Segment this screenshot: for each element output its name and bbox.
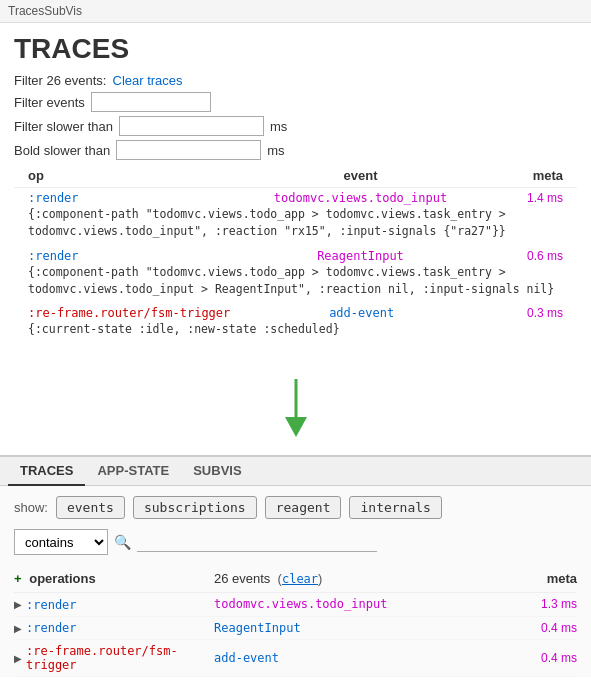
ops-row-3: ▶ :re-frame.router/fsm-trigger add-event… — [14, 640, 577, 677]
filter-events-input[interactable] — [91, 92, 211, 112]
ops-row-1-op-cell: ▶ :render — [14, 598, 214, 612]
ops-header: + operations 26 events (clear) meta — [14, 565, 577, 593]
ops-label: operations — [29, 571, 95, 586]
tab-traces[interactable]: TRACES — [8, 457, 85, 486]
title-bar-label: TracesSubVis — [8, 4, 82, 18]
filter-slower-unit: ms — [270, 119, 287, 134]
ops-section: + operations 26 events (clear) meta ▶ :r… — [0, 565, 591, 677]
ops-col-meta-header: meta — [517, 571, 577, 586]
arrow-section — [0, 359, 591, 455]
bold-slower-label: Bold slower than — [14, 143, 110, 158]
filter-slower-label: Filter slower than — [14, 119, 113, 134]
contains-select[interactable]: contains starts-with ends-with — [14, 529, 108, 555]
bold-slower-input[interactable] — [116, 140, 261, 160]
ops-op-name-1: :render — [26, 598, 77, 612]
trace-row-2: :render ReagentInput 0.6 ms {:component-… — [14, 246, 577, 302]
trace-event-1: todomvc.views.todo_input — [228, 191, 493, 205]
ops-plus-icon[interactable]: + — [14, 571, 22, 586]
ops-row-event-3: add-event — [214, 651, 517, 665]
clear-traces-link[interactable]: Clear traces — [113, 73, 183, 88]
ops-row-meta-3: 0.4 ms — [517, 651, 577, 665]
ops-clear-link[interactable]: clear — [282, 572, 318, 586]
show-label: show: — [14, 500, 48, 515]
ops-row-event-1: todomvc.views.todo_input — [214, 597, 517, 611]
show-reagent-btn[interactable]: reagent — [265, 496, 342, 519]
ops-row-meta-1: 1.3 ms — [517, 597, 577, 611]
bottom-section: TRACES APP-STATE SUBVIS show: events sub… — [0, 455, 591, 677]
col-op-header: op — [28, 168, 228, 183]
tab-bar: TRACES APP-STATE SUBVIS — [0, 457, 591, 486]
triangle-icon-3: ▶ — [14, 653, 22, 664]
trace-meta-2: 0.6 ms — [493, 249, 563, 263]
show-events-btn[interactable]: events — [56, 496, 125, 519]
trace-row-3: :re-frame.router/fsm-trigger add-event 0… — [14, 303, 577, 341]
filter-events-row: Filter 26 events: Clear traces — [14, 73, 577, 88]
trace-event-2: ReagentInput — [228, 249, 493, 263]
filter-input-row: Filter events — [14, 92, 577, 112]
trace-detail-1: {:component-path "todomvc.views.todo_app… — [28, 205, 563, 244]
filter-slower-row: Filter slower than ms — [14, 116, 577, 136]
tab-app-state[interactable]: APP-STATE — [85, 457, 181, 486]
top-section: TRACES Filter 26 events: Clear traces Fi… — [0, 23, 591, 359]
triangle-icon-1: ▶ — [14, 599, 22, 610]
bold-slower-row: Bold slower than ms — [14, 140, 577, 160]
ops-col-events-header: 26 events (clear) — [214, 571, 517, 586]
trace-op-1: :render — [28, 191, 228, 205]
main-heading: TRACES — [14, 33, 577, 65]
show-internals-btn[interactable]: internals — [349, 496, 441, 519]
ops-col-ops-header: + operations — [14, 571, 214, 586]
search-bar: contains starts-with ends-with 🔍 — [0, 529, 591, 565]
ops-row-3-op-cell: ▶ :re-frame.router/fsm-trigger — [14, 644, 214, 672]
svg-marker-1 — [285, 417, 307, 437]
filter-events-label: Filter 26 events: — [14, 73, 107, 88]
search-icon: 🔍 — [114, 534, 131, 550]
trace-meta-3: 0.3 ms — [493, 306, 563, 320]
trace-event-3: add-event — [230, 306, 493, 320]
trace-detail-3: {:current-state :idle, :new-state :sched… — [28, 320, 563, 341]
show-subscriptions-btn[interactable]: subscriptions — [133, 496, 257, 519]
trace-meta-1: 1.4 ms — [493, 191, 563, 205]
triangle-icon-2: ▶ — [14, 623, 22, 634]
filter-slower-input[interactable] — [119, 116, 264, 136]
show-bar: show: events subscriptions reagent inter… — [0, 486, 591, 529]
ops-row-meta-2: 0.4 ms — [517, 621, 577, 635]
ops-row-2-op-cell: ▶ :render — [14, 621, 214, 635]
filter-input-label: Filter events — [14, 95, 85, 110]
traces-table-header: op event meta — [14, 164, 577, 188]
trace-detail-2: {:component-path "todomvc.views.todo_app… — [28, 263, 563, 302]
ops-row-event-2: ReagentInput — [214, 621, 517, 635]
col-meta-header: meta — [493, 168, 563, 183]
ops-row-2: ▶ :render ReagentInput 0.4 ms — [14, 617, 577, 641]
title-bar: TracesSubVis — [0, 0, 591, 23]
bold-slower-unit: ms — [267, 143, 284, 158]
trace-op-3: :re-frame.router/fsm-trigger — [28, 306, 230, 320]
ops-row-1: ▶ :render todomvc.views.todo_input 1.3 m… — [14, 593, 577, 617]
trace-op-2: :render — [28, 249, 228, 263]
down-arrow-icon — [281, 379, 311, 439]
tab-subvis[interactable]: SUBVIS — [181, 457, 253, 486]
search-input[interactable] — [137, 532, 377, 552]
ops-op-name-3: :re-frame.router/fsm-trigger — [26, 644, 214, 672]
ops-op-name-2: :render — [26, 621, 77, 635]
trace-row-1: :render todomvc.views.todo_input 1.4 ms … — [14, 188, 577, 244]
ops-events-count: 26 events — [214, 571, 270, 586]
col-event-header: event — [228, 168, 493, 183]
